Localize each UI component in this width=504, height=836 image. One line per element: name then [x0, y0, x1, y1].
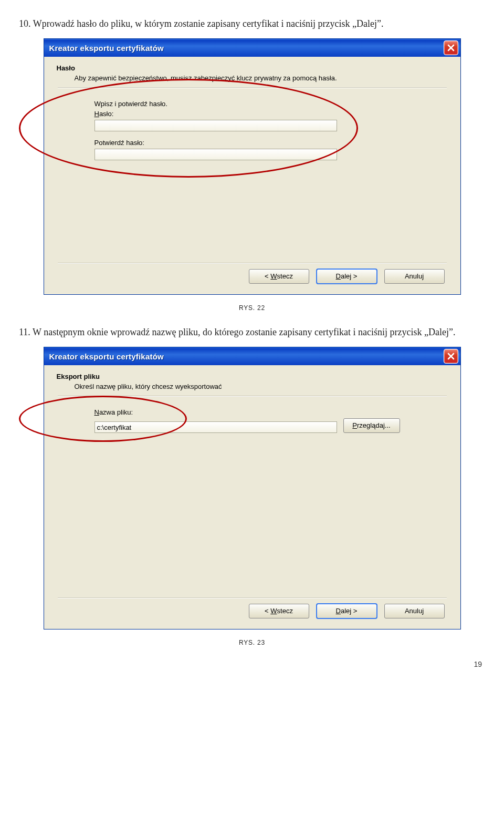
close-icon[interactable]	[444, 349, 458, 364]
section-heading: Eksport pliku	[44, 373, 460, 383]
browse-button[interactable]: Przeglądaj...	[343, 418, 400, 433]
window-title: Kreator eksportu certyfikatów	[49, 44, 164, 53]
password-label: Hasło:	[94, 110, 424, 118]
section-desc: Określ nazwę pliku, który chcesz wyekspo…	[44, 383, 460, 390]
next-button[interactable]: Dalej >	[317, 269, 377, 284]
dialog-export-file: Kreator eksportu certyfikatów Eksport pl…	[44, 347, 461, 629]
page-number: 19	[19, 660, 485, 668]
dialog-password: Kreator eksportu certyfikatów Hasło Aby …	[44, 38, 461, 295]
step11-text: 11. W następnym oknie wprowadź nazwę pli…	[19, 325, 485, 339]
password-input[interactable]	[94, 120, 337, 131]
titlebar: Kreator eksportu certyfikatów	[44, 39, 460, 57]
next-button[interactable]: Dalej >	[317, 604, 377, 618]
window-title: Kreator eksportu certyfikatów	[49, 352, 164, 361]
intro-label: Wpisz i potwierdź hasło.	[94, 100, 424, 108]
figure-caption-22: RYS. 22	[19, 304, 485, 312]
section-heading: Hasło	[44, 64, 460, 74]
filename-input[interactable]	[94, 421, 337, 433]
cancel-button[interactable]: Anuluj	[384, 604, 445, 618]
back-button[interactable]: < Wstecz	[249, 269, 309, 284]
back-button[interactable]: < Wstecz	[249, 604, 309, 618]
section-desc: Aby zapewnić bezpieczeństwo, musisz zabe…	[44, 74, 460, 82]
cancel-button[interactable]: Anuluj	[384, 269, 445, 284]
confirm-label: Potwierdź hasło:	[94, 139, 424, 147]
titlebar: Kreator eksportu certyfikatów	[44, 347, 460, 365]
confirm-password-input[interactable]	[94, 149, 337, 160]
filename-label: Nazwa pliku:	[94, 408, 424, 416]
step10-text: 10. Wprowadź hasło do pliku, w którym zo…	[19, 17, 485, 31]
close-icon[interactable]	[444, 40, 458, 55]
figure-caption-23: RYS. 23	[19, 639, 485, 646]
